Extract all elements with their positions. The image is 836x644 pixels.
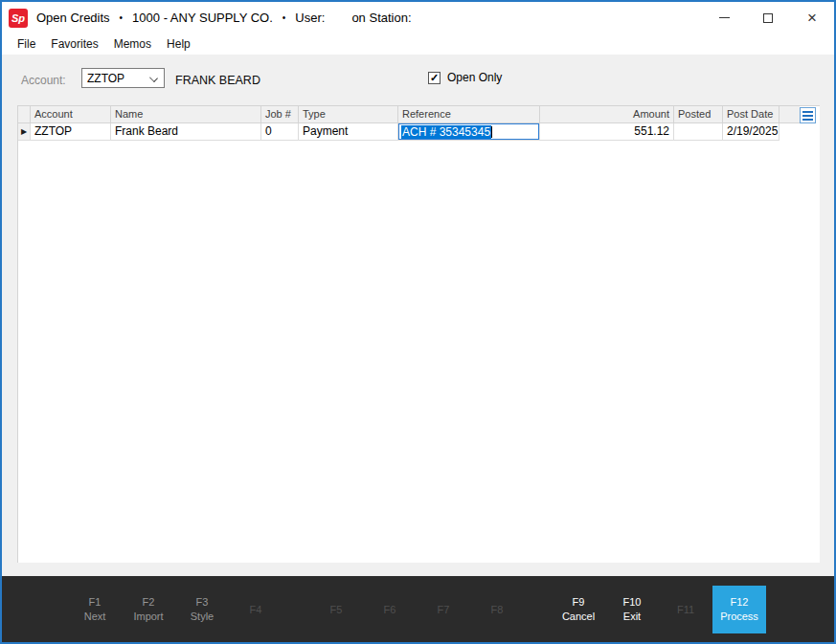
account-combobox-value: ZZTOP (87, 72, 124, 85)
reference-edit-field[interactable]: ACH # 35345345 (398, 123, 539, 140)
check-icon: ✓ (430, 73, 439, 83)
table-row: ▶ ZZTOP Frank Beard 0 Payment ACH # 3534… (18, 123, 820, 141)
header-posted[interactable]: Posted (674, 106, 723, 123)
fnkey-f12[interactable]: F12Process (712, 586, 766, 633)
fnkey-f1[interactable]: F1Next (68, 586, 122, 633)
header-job[interactable]: Job # (261, 106, 299, 123)
close-icon: × (807, 10, 817, 26)
close-button[interactable]: × (790, 2, 834, 33)
cell-type[interactable]: Payment (299, 123, 398, 141)
account-combobox[interactable]: ZZTOP (81, 68, 165, 88)
menu-item-file[interactable]: File (10, 34, 43, 54)
fnkey-f11: F11 (659, 586, 712, 633)
window-title: Open Credits • 1000 - ANY SUPPLY CO. • U… (36, 11, 412, 25)
window-controls: × (702, 2, 834, 33)
fnkey-f2[interactable]: F2Import (122, 586, 175, 633)
content-area: Account: ZZTOP FRANK BEARD ✓ Open Only A… (2, 55, 834, 576)
open-only-control: ✓ Open Only (428, 71, 502, 84)
header-reference[interactable]: Reference (398, 106, 540, 123)
title-bar: Sp Open Credits • 1000 - ANY SUPPLY CO. … (2, 2, 834, 33)
row-selector-cell[interactable]: ▶ (18, 123, 31, 141)
header-post-date[interactable]: Post Date (723, 106, 780, 123)
header-filler (780, 106, 800, 123)
maximize-icon (763, 13, 773, 23)
fnkey-f3[interactable]: F3Style (175, 586, 229, 633)
title-station-label: on Station: (351, 11, 411, 25)
title-user-label: User: (295, 11, 325, 25)
open-only-checkbox[interactable]: ✓ (428, 72, 441, 84)
cell-amount[interactable]: 551.12 (540, 123, 674, 141)
account-label: Account: (21, 74, 66, 87)
function-key-bar: F1Next F2Import F3Style F4 F5 F6 F7 F8 F… (2, 576, 834, 642)
chevron-down-icon (149, 74, 158, 82)
cell-account[interactable]: ZZTOP (31, 123, 111, 141)
fnkey-f4: F4 (229, 586, 282, 633)
cell-name[interactable]: Frank Beard (111, 123, 261, 141)
open-only-label: Open Only (447, 71, 502, 84)
reference-selected-text: ACH # 35345345 (401, 125, 491, 139)
header-amount[interactable]: Amount (540, 106, 674, 123)
menu-item-memos[interactable]: Memos (106, 34, 159, 54)
title-separator: • (282, 12, 286, 23)
cell-job[interactable]: 0 (261, 123, 299, 141)
fnkey-f10[interactable]: F10Exit (605, 586, 659, 633)
text-caret (491, 126, 492, 138)
header-type[interactable]: Type (299, 106, 398, 123)
fnkey-f6: F6 (363, 586, 417, 633)
fnkey-f8: F8 (470, 586, 524, 633)
menu-item-favorites[interactable]: Favorites (43, 34, 105, 54)
app-logo-icon: Sp (9, 9, 28, 28)
title-company: 1000 - ANY SUPPLY CO. (132, 11, 273, 25)
fnkey-f7: F7 (417, 586, 470, 633)
grid-header-row: Account Name Job # Type Reference Amount… (18, 106, 820, 123)
account-name-text: FRANK BEARD (175, 74, 260, 87)
row-selector-icon: ▶ (21, 127, 27, 136)
cell-posted[interactable] (674, 123, 723, 141)
app-window: Sp Open Credits • 1000 - ANY SUPPLY CO. … (0, 0, 836, 644)
menu-item-help[interactable]: Help (159, 34, 198, 54)
header-name[interactable]: Name (111, 106, 261, 123)
cell-reference: ACH # 35345345 (398, 123, 540, 141)
grid-menu-icon[interactable] (800, 107, 816, 123)
fnkey-f5: F5 (309, 586, 363, 633)
menu-bar: File Favorites Memos Help (2, 33, 834, 55)
title-app-name: Open Credits (36, 11, 110, 25)
title-separator: • (120, 12, 124, 23)
minimize-icon (719, 17, 730, 18)
maximize-button[interactable] (746, 2, 790, 33)
header-row-selector (18, 106, 31, 123)
fnkey-f9[interactable]: F9Cancel (552, 586, 605, 633)
cell-post-date[interactable]: 2/19/2025 (723, 123, 780, 141)
minimize-button[interactable] (702, 2, 746, 33)
header-account[interactable]: Account (31, 106, 111, 123)
credits-grid: Account Name Job # Type Reference Amount… (17, 105, 820, 563)
